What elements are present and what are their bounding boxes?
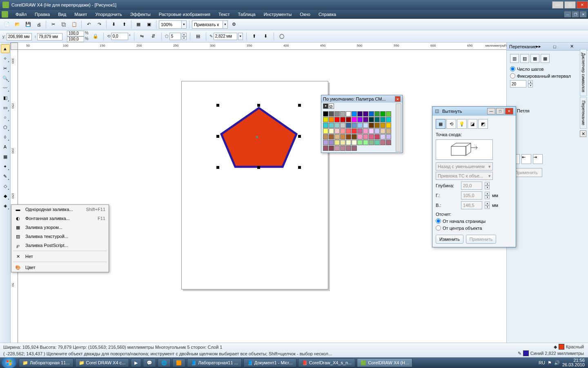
palette-swatch[interactable] (323, 117, 328, 122)
palette-swatch[interactable] (374, 134, 380, 139)
ruler-horizontal[interactable]: 5010015020025030035040045050055060065070… (18, 43, 506, 50)
extrude-ref-obj-radio[interactable] (436, 225, 441, 231)
ruler-origin[interactable] (11, 43, 18, 50)
scaley-input[interactable] (67, 36, 84, 42)
toback-button[interactable]: ⬇ (261, 32, 270, 41)
flyout-item-3[interactable]: ▨Заливка текстурой... (11, 232, 109, 241)
palette-swatch[interactable] (329, 134, 334, 139)
palette-swatch[interactable] (363, 111, 368, 117)
flyout-item-2[interactable]: ▦Заливка узором... (11, 223, 109, 232)
eyedropper-tool[interactable]: ✎ (1, 172, 10, 181)
palette-swatch[interactable] (346, 146, 351, 151)
palette-swatch[interactable] (380, 117, 385, 122)
open-button[interactable]: 📂 (13, 20, 22, 29)
tofront-button[interactable]: ⬆ (250, 32, 259, 41)
palette-swatch[interactable] (329, 117, 334, 122)
menu-Макет[interactable]: Макет (70, 11, 91, 18)
palette-swatch[interactable] (363, 140, 368, 145)
start-button[interactable] (2, 357, 16, 368)
palette-swatch[interactable] (374, 123, 380, 128)
palette-swatch[interactable] (369, 117, 374, 122)
palette-swatch[interactable] (334, 140, 340, 145)
palette-swatch[interactable] (323, 111, 328, 117)
sel-handle-w[interactable] (216, 135, 219, 138)
task-item-2[interactable]: ▶ (131, 358, 141, 367)
palette-swatch[interactable] (374, 128, 380, 134)
sides-spinner[interactable]: ▴▾ (182, 33, 187, 40)
blend-tab-color[interactable]: ▩ (530, 54, 539, 63)
task-item-0[interactable]: 📁Лабораторная 11... (19, 358, 74, 367)
blend-tab-steps[interactable]: ▥ (510, 54, 519, 63)
flyout-item-6[interactable]: 🎨Цвет (11, 263, 109, 272)
palette-swatch[interactable] (352, 123, 357, 128)
palette-swatch[interactable] (352, 140, 357, 145)
palette-nocolor[interactable]: ⊘ (329, 103, 334, 109)
blend-steps-input[interactable] (510, 80, 526, 88)
task-item-4[interactable]: 🌐 (158, 358, 171, 367)
palette-swatch[interactable] (346, 140, 351, 145)
palette-swatch[interactable] (357, 134, 363, 139)
palette-swatch[interactable] (352, 134, 357, 139)
palette-swatch[interactable] (329, 146, 334, 151)
docker-tab-blend[interactable]: Перетекание (580, 97, 587, 129)
snap-input[interactable] (192, 20, 223, 29)
task-item-8[interactable]: 📕CorelDraw_X4_s_n... (298, 358, 356, 367)
palette-swatch[interactable] (386, 134, 391, 139)
crop-tool[interactable]: ✂ (1, 64, 10, 73)
sel-handle-se[interactable] (298, 166, 301, 169)
palette-close-button[interactable]: ✕ (395, 96, 401, 102)
palette-swatch[interactable] (380, 111, 385, 117)
paste-button[interactable]: 📋 (70, 20, 79, 29)
palette-swatch[interactable] (329, 140, 334, 145)
task-item-3[interactable]: 💬 (143, 358, 156, 367)
sel-handle-nw[interactable] (216, 104, 219, 107)
flyout-item-5[interactable]: ✕Нет (11, 252, 109, 261)
palette-swatch[interactable] (369, 111, 374, 117)
palette-swatch[interactable] (374, 140, 380, 145)
palette-swatch[interactable] (334, 146, 340, 151)
palette-swatch[interactable] (340, 117, 345, 122)
mdi-minimize[interactable]: — (564, 11, 571, 17)
options-button[interactable]: ⚙ (229, 20, 238, 29)
wrap-button[interactable]: ▤ (194, 32, 203, 41)
palette-swatch[interactable] (380, 134, 385, 139)
palette-swatch[interactable] (334, 123, 340, 128)
rotation-input[interactable] (111, 33, 128, 40)
extrude-vp-select[interactable]: Привязка ТС к объе...▾ (436, 172, 493, 180)
mirror-h-button[interactable]: ⇋ (138, 32, 147, 41)
polygon-tool[interactable]: ⬠ (1, 123, 10, 132)
palette-swatch[interactable] (363, 123, 368, 128)
palette-swatch[interactable] (334, 128, 340, 134)
basicshapes-tool[interactable]: ◊ (1, 132, 10, 141)
blend-fixed-radio[interactable] (510, 73, 515, 79)
maximize-button[interactable]: □ (564, 1, 576, 9)
appstart-button[interactable]: ▦ (134, 20, 143, 29)
print-button[interactable]: 🖨 (34, 20, 43, 29)
palette-swatch[interactable] (340, 128, 345, 134)
tray-icon-flag[interactable]: ⚑ (548, 360, 552, 366)
menu-Текст[interactable]: Текст (214, 11, 234, 18)
palette-swatch[interactable] (323, 146, 328, 151)
palette-swatch[interactable] (357, 117, 363, 122)
palette-swatch[interactable] (357, 123, 363, 128)
palette-swatch[interactable] (334, 134, 340, 139)
palette-swatch[interactable] (386, 111, 391, 117)
palette-swatch[interactable] (369, 128, 374, 134)
mdi-close[interactable]: ✕ (580, 11, 586, 17)
palette-swatch[interactable] (346, 123, 351, 128)
menu-Правка[interactable]: Правка (31, 11, 54, 18)
palette-swatch[interactable] (346, 117, 351, 122)
palette-swatch[interactable] (329, 111, 334, 117)
welcome-button[interactable]: ▣ (145, 20, 154, 29)
palette-swatch[interactable] (380, 123, 385, 128)
text-tool[interactable]: A (1, 142, 10, 151)
palette-swatch[interactable] (323, 123, 328, 128)
palette-swatch[interactable] (323, 128, 328, 134)
snap-dropdown[interactable]: ▼ (223, 20, 228, 29)
sel-center[interactable]: × (256, 135, 259, 138)
undo-button[interactable]: ↶ (84, 20, 93, 29)
palette-swatch[interactable] (340, 123, 345, 128)
palette-swatch[interactable] (386, 117, 391, 122)
y-input[interactable] (7, 33, 32, 40)
sides-input[interactable] (169, 33, 181, 40)
